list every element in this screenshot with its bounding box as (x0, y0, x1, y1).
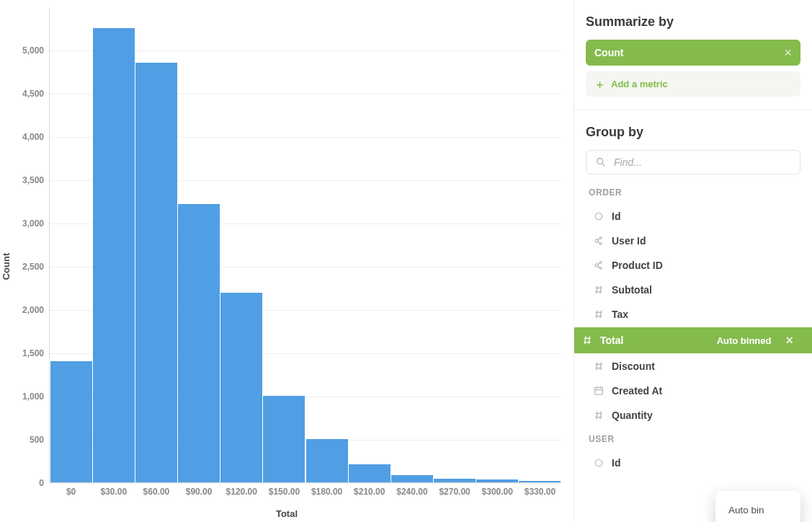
chart-plot[interactable]: 05001,0001,5002,0002,5003,0003,5004,0004… (49, 7, 561, 483)
field-label: Total (600, 335, 710, 346)
field-label: Subtotal (612, 284, 793, 296)
y-tick: 2,500 (22, 262, 50, 272)
x-tick: $30.00 (100, 482, 127, 497)
dropdown-item[interactable]: Auto bin (715, 498, 800, 522)
close-icon[interactable]: × (784, 48, 792, 58)
field-row-id[interactable]: Id (586, 451, 800, 474)
field-meta[interactable]: Auto binned (717, 335, 772, 346)
x-tick: $330.00 (525, 482, 556, 497)
field-label: Discount (612, 360, 793, 372)
bar[interactable] (50, 361, 92, 482)
svg-line-16 (600, 286, 601, 294)
x-tick: $90.00 (186, 482, 213, 497)
field-label: Id (612, 457, 793, 469)
y-tick: 2,000 (22, 305, 50, 315)
x-tick: $180.00 (311, 482, 342, 497)
cal-icon (593, 385, 604, 397)
y-tick: 4,000 (22, 132, 50, 142)
fk-icon (593, 235, 604, 247)
category-label: ORDER (589, 187, 800, 198)
metric-label: Count (594, 47, 623, 58)
svg-point-37 (595, 459, 602, 466)
field-label: Tax (612, 309, 793, 320)
bar[interactable] (178, 204, 220, 482)
y-axis-label: Count (1, 253, 12, 280)
svg-line-1 (602, 164, 604, 166)
y-tick: 1,000 (22, 392, 50, 402)
num-icon (593, 309, 604, 320)
search-icon (595, 156, 607, 168)
x-tick: $210.00 (354, 482, 385, 497)
field-row-quantity[interactable]: Quantity (586, 404, 800, 427)
svg-point-0 (597, 159, 603, 164)
num-icon (593, 284, 604, 296)
svg-line-19 (597, 311, 597, 319)
bar[interactable] (220, 293, 262, 482)
svg-line-15 (597, 286, 597, 294)
bar[interactable] (135, 63, 177, 482)
search-input[interactable] (614, 156, 791, 168)
field-row-user-id[interactable]: User Id (586, 229, 800, 252)
field-row-discount[interactable]: Discount (586, 355, 800, 378)
summarize-title: Summarize by (586, 14, 800, 30)
fk-icon (593, 260, 604, 271)
y-tick: 1,500 (22, 348, 50, 358)
field-label: Product ID (612, 260, 793, 271)
summarize-section: Summarize by Count × ＋ Add a metric (574, 0, 812, 110)
add-metric-label: Add a metric (611, 79, 668, 89)
x-tick: $300.00 (482, 482, 513, 497)
search-box[interactable] (586, 150, 800, 174)
bar[interactable] (263, 396, 305, 482)
bar[interactable] (306, 439, 348, 482)
svg-line-23 (585, 337, 586, 345)
num-icon (593, 410, 604, 421)
svg-line-35 (597, 412, 597, 420)
x-tick: $240.00 (396, 482, 427, 497)
y-tick: 4,500 (22, 89, 50, 99)
field-label: Id (612, 211, 793, 222)
plus-icon: ＋ (594, 79, 605, 89)
pk-icon (593, 457, 604, 469)
x-tick: $60.00 (143, 482, 170, 497)
bar[interactable] (93, 28, 135, 482)
chart-area: Count Total 05001,0001,5002,0002,5003,00… (0, 0, 574, 522)
svg-line-36 (600, 412, 601, 420)
field-row-subtotal[interactable]: Subtotal (586, 278, 800, 301)
svg-point-2 (595, 213, 602, 219)
x-tick: $120.00 (226, 482, 257, 497)
field-label: Created At (612, 385, 793, 397)
y-tick: 5,000 (22, 45, 50, 56)
add-metric-button[interactable]: ＋ Add a metric (586, 71, 800, 97)
svg-line-20 (600, 311, 601, 319)
num-icon (593, 360, 604, 372)
x-tick: $270.00 (439, 482, 470, 497)
bin-dropdown: Auto bin10 bins50 bins100 binsDon't bin (715, 491, 800, 522)
num-icon (581, 335, 593, 346)
bar[interactable] (349, 464, 391, 482)
sidebar: Summarize by Count × ＋ Add a metric Grou… (574, 0, 812, 522)
groupby-section: Group by ORDERIdUser IdProduct IDSubtota… (574, 110, 812, 519)
svg-line-24 (589, 337, 589, 345)
x-axis-label: Total (276, 508, 298, 519)
y-tick: 3,000 (22, 218, 50, 229)
bar[interactable] (391, 475, 433, 482)
y-tick: 500 (30, 435, 50, 445)
y-tick: 3,500 (22, 175, 50, 185)
field-row-id[interactable]: Id (586, 205, 800, 228)
svg-rect-29 (595, 387, 603, 394)
field-label: User Id (612, 235, 793, 247)
field-row-created-at[interactable]: Created At (586, 379, 800, 402)
metric-pill[interactable]: Count × (586, 40, 800, 66)
y-tick: 0 (39, 478, 50, 488)
svg-line-28 (600, 363, 601, 371)
svg-line-27 (597, 363, 597, 371)
category-label: USER (589, 434, 800, 444)
x-tick: $0 (66, 482, 76, 497)
field-row-total[interactable]: TotalAuto binned× (574, 327, 812, 353)
groupby-title: Group by (586, 125, 800, 140)
field-row-tax[interactable]: Tax (586, 303, 800, 326)
close-icon[interactable]: × (785, 335, 793, 345)
x-tick: $150.00 (269, 482, 300, 497)
field-row-product-id[interactable]: Product ID (586, 254, 800, 277)
field-label: Quantity (612, 410, 793, 421)
